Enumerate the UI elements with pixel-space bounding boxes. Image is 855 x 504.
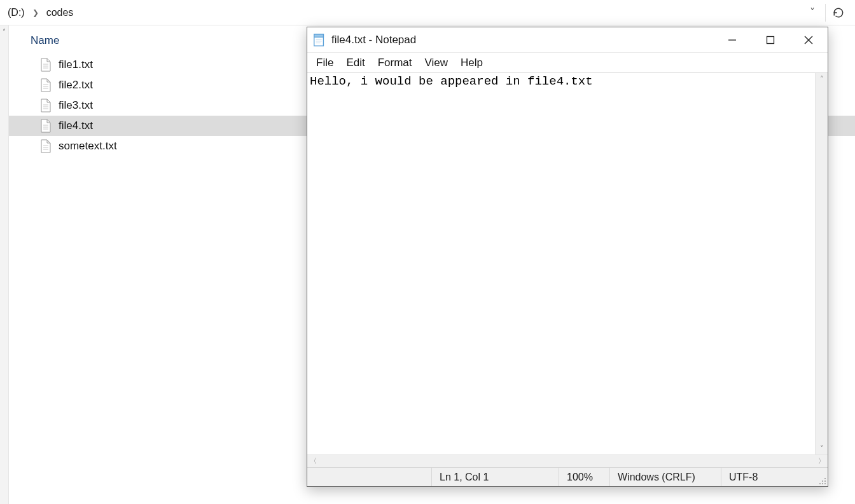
notepad-titlebar[interactable]: file4.txt - Notepad — [307, 27, 828, 53]
vertical-scrollbar[interactable]: ˄ ˅ — [815, 73, 828, 454]
scroll-left-arrow-icon[interactable]: 〈 — [310, 456, 317, 466]
text-file-icon — [39, 57, 52, 72]
file-name: file2.txt — [59, 79, 93, 92]
notepad-app-icon — [312, 33, 326, 47]
scroll-up-arrow-icon[interactable]: ˄ — [820, 75, 824, 83]
status-spacer — [307, 468, 431, 486]
refresh-icon[interactable] — [826, 0, 851, 25]
status-position: Ln 1, Col 1 — [431, 468, 559, 486]
notepad-menubar: File Edit Format View Help — [307, 53, 828, 73]
svg-point-24 — [824, 478, 826, 479]
file-name: file4.txt — [59, 119, 93, 132]
resize-grip-icon[interactable] — [816, 468, 828, 486]
menu-help[interactable]: Help — [454, 55, 489, 71]
text-file-icon — [39, 139, 52, 154]
menu-format[interactable]: Format — [372, 55, 419, 71]
svg-point-28 — [822, 483, 823, 484]
scroll-down-arrow-icon[interactable]: ˅ — [820, 444, 824, 453]
scroll-right-arrow-icon[interactable]: 〉 — [818, 456, 825, 466]
menu-file[interactable]: File — [310, 55, 340, 71]
svg-point-27 — [824, 483, 826, 484]
svg-point-26 — [822, 480, 823, 482]
file-name: sometext.txt — [59, 140, 117, 153]
text-file-icon — [39, 78, 52, 93]
status-line-ending: Windows (CRLF) — [609, 468, 721, 486]
svg-point-25 — [824, 480, 826, 482]
svg-rect-16 — [314, 34, 324, 37]
explorer-address-bar[interactable]: (D:) ❯ codes ˅ — [0, 0, 855, 25]
notepad-statusbar: Ln 1, Col 1 100% Windows (CRLF) UTF-8 — [307, 467, 828, 486]
notepad-title: file4.txt - Notepad — [331, 34, 416, 46]
file-name: file1.txt — [59, 58, 93, 71]
chevron-right-icon: ❯ — [29, 8, 43, 17]
notepad-window: file4.txt - Notepad File Edit Format Vie… — [307, 27, 828, 487]
file-name: file3.txt — [59, 99, 93, 112]
status-zoom: 100% — [559, 468, 609, 486]
svg-point-29 — [819, 483, 821, 484]
menu-edit[interactable]: Edit — [340, 55, 371, 71]
svg-rect-21 — [767, 36, 774, 43]
breadcrumb-drive[interactable]: (D:) — [4, 7, 29, 18]
text-file-icon — [39, 118, 52, 133]
horizontal-scrollbar[interactable]: 〈 〉 — [307, 454, 828, 467]
nav-collapse-arrow[interactable]: ˄ — [0, 25, 9, 504]
minimize-button[interactable] — [713, 28, 751, 52]
breadcrumb-folder[interactable]: codes — [43, 7, 78, 18]
notepad-editor[interactable]: Hello, i would be appeared in file4.txt — [307, 73, 815, 454]
column-header-label: Name — [31, 34, 59, 47]
maximize-button[interactable] — [751, 28, 789, 52]
status-encoding: UTF-8 — [721, 468, 816, 486]
text-file-icon — [39, 98, 52, 113]
chevron-down-icon[interactable]: ˅ — [800, 0, 825, 25]
menu-view[interactable]: View — [419, 55, 455, 71]
notepad-content-area: Hello, i would be appeared in file4.txt … — [307, 73, 828, 454]
close-button[interactable] — [789, 28, 828, 52]
